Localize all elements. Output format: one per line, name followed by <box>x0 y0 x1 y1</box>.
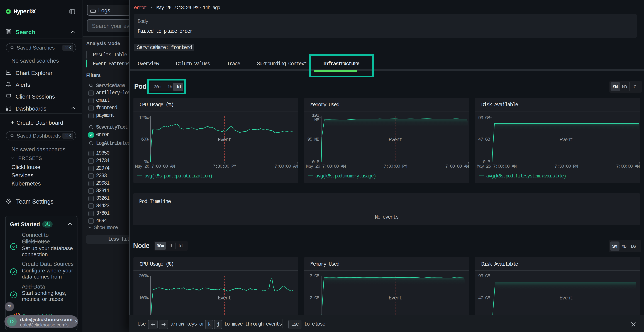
svg-text:2 GB: 2 GB <box>310 295 319 301</box>
svg-text:93 GB: 93 GB <box>478 273 490 279</box>
svg-text:7:30:00 PM: 7:30:00 PM <box>554 164 578 169</box>
svg-text:120%: 120% <box>139 115 149 120</box>
svg-text:Event: Event <box>388 137 402 143</box>
svg-text:47 GB: 47 GB <box>478 295 490 301</box>
svg-text:Event: Event <box>560 295 572 301</box>
svg-text:7:30:00 PM: 7:30:00 PM <box>384 164 407 169</box>
svg-text:Event: Event <box>218 137 231 143</box>
svg-text:May 26 7:00:00 AM: May 26 7:00:00 AM <box>477 164 516 169</box>
svg-text:3 GB: 3 GB <box>310 273 319 279</box>
svg-text:avg(k8s.pod.cpu.utilization): avg(k8s.pod.cpu.utilization) <box>144 174 212 179</box>
svg-text:200%: 200% <box>139 273 149 279</box>
svg-text:May 26 7:00:00 AM: May 26 7:00:00 AM <box>135 164 175 169</box>
svg-text:Event: Event <box>560 137 572 143</box>
svg-text:May 26 7:00:00 AM: May 26 7:00:00 AM <box>306 164 346 169</box>
svg-text:7:30:00 PM: 7:30:00 PM <box>213 164 236 169</box>
svg-text:Event: Event <box>388 295 402 301</box>
svg-text:7:00:00 AM: 7:00:00 AM <box>445 164 469 169</box>
svg-text:95 MB: 95 MB <box>307 137 319 142</box>
svg-text:avg(k8s.pod.memory.usage): avg(k8s.pod.memory.usage) <box>316 174 376 179</box>
svg-text:47 GB: 47 GB <box>478 137 490 142</box>
svg-text:avg(k8s.pod.filesystem.availab: avg(k8s.pod.filesystem.available) <box>486 174 566 179</box>
svg-text:60%: 60% <box>141 137 149 142</box>
svg-text:Event: Event <box>218 295 231 301</box>
svg-text:93 GB: 93 GB <box>478 115 490 120</box>
svg-text:MB: MB <box>314 117 319 123</box>
svg-text:7:00:00 AM: 7:00:00 AM <box>274 164 298 169</box>
svg-text:100%: 100% <box>139 295 149 301</box>
svg-text:7:00:00 AM: 7:00:00 AM <box>616 164 640 169</box>
